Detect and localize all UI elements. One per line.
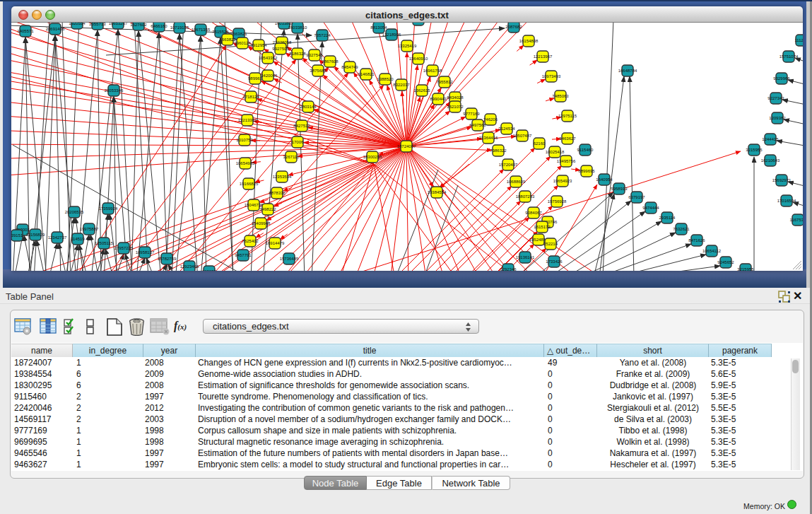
svg-text:1010753: 1010753 bbox=[236, 138, 253, 142]
svg-text:15409948: 15409948 bbox=[252, 221, 271, 226]
svg-text:19756928: 19756928 bbox=[548, 199, 567, 204]
svg-text:18807293: 18807293 bbox=[516, 194, 535, 199]
svg-text:15692971: 15692971 bbox=[772, 178, 792, 182]
svg-text:17006: 17006 bbox=[292, 140, 304, 144]
svg-text:10543362: 10543362 bbox=[259, 56, 278, 60]
svg-text:16033810: 16033810 bbox=[288, 25, 307, 30]
svg-text:7986322: 7986322 bbox=[490, 148, 507, 153]
svg-text:1621072: 1621072 bbox=[447, 105, 464, 109]
svg-text:2803144: 2803144 bbox=[300, 105, 317, 109]
svg-text:18724007: 18724007 bbox=[397, 144, 416, 148]
svg-text:19136141: 19136141 bbox=[516, 255, 535, 259]
svg-text:8813054: 8813054 bbox=[370, 25, 387, 30]
svg-text:16210643: 16210643 bbox=[761, 158, 780, 163]
svg-text:9227343: 9227343 bbox=[767, 96, 784, 100]
svg-text:3875685: 3875685 bbox=[310, 69, 326, 73]
svg-text:1362615: 1362615 bbox=[413, 88, 430, 93]
svg-text:10688609: 10688609 bbox=[507, 180, 526, 184]
svg-text:20206535: 20206535 bbox=[65, 210, 84, 214]
svg-text:1733426: 1733426 bbox=[546, 259, 563, 264]
svg-text:9245652: 9245652 bbox=[717, 260, 734, 264]
svg-text:9474444: 9474444 bbox=[642, 206, 659, 210]
svg-text:15720407: 15720407 bbox=[499, 163, 518, 167]
svg-text:3912954: 3912954 bbox=[250, 43, 267, 47]
svg-text:1167534: 1167534 bbox=[790, 218, 803, 222]
svg-text:9084067: 9084067 bbox=[525, 211, 542, 215]
svg-text:16961758: 16961758 bbox=[423, 69, 442, 73]
svg-text:9329966: 9329966 bbox=[773, 76, 790, 81]
svg-text:21364416: 21364416 bbox=[479, 136, 498, 140]
svg-text:10719155: 10719155 bbox=[170, 25, 189, 30]
svg-text:13325419: 13325419 bbox=[398, 44, 417, 48]
svg-text:3267110: 3267110 bbox=[283, 155, 300, 159]
svg-text:8878332: 8878332 bbox=[269, 191, 286, 195]
svg-text:9327546: 9327546 bbox=[306, 53, 323, 57]
svg-text:15751074: 15751074 bbox=[779, 54, 799, 59]
svg-text:12975115: 12975115 bbox=[558, 114, 577, 118]
svg-text:111267: 111267 bbox=[794, 38, 803, 42]
svg-text:989961: 989961 bbox=[248, 76, 263, 81]
svg-text:12353594: 12353594 bbox=[273, 175, 292, 179]
svg-text:12213967: 12213967 bbox=[534, 54, 553, 59]
svg-text:3124534: 3124534 bbox=[498, 127, 515, 131]
svg-text:2055713: 2055713 bbox=[89, 23, 106, 26]
svg-text:16782759: 16782759 bbox=[158, 257, 177, 261]
svg-text:129235: 129235 bbox=[202, 269, 217, 271]
svg-text:8990443: 8990443 bbox=[430, 97, 447, 101]
svg-text:9146821: 9146821 bbox=[358, 72, 375, 76]
svg-text:8427512: 8427512 bbox=[293, 124, 310, 128]
svg-text:17016504: 17016504 bbox=[777, 199, 796, 203]
svg-text:9463627: 9463627 bbox=[559, 136, 576, 141]
svg-text:7632621: 7632621 bbox=[673, 227, 690, 231]
svg-text:1640954: 1640954 bbox=[596, 177, 613, 182]
svg-text:8322037: 8322037 bbox=[393, 83, 410, 87]
svg-text:8186328: 8186328 bbox=[289, 52, 306, 56]
svg-text:19654923: 19654923 bbox=[553, 179, 572, 183]
svg-text:39151: 39151 bbox=[11, 233, 23, 238]
svg-text:13495756: 13495756 bbox=[557, 159, 576, 163]
svg-text:19975887: 19975887 bbox=[80, 227, 99, 231]
svg-text:3498222: 3498222 bbox=[259, 207, 276, 211]
svg-text:12342737: 12342737 bbox=[48, 235, 67, 240]
svg-text:3215955: 3215955 bbox=[737, 267, 754, 271]
svg-text:18300295: 18300295 bbox=[363, 155, 382, 159]
svg-text:16154808: 16154808 bbox=[519, 39, 539, 43]
svg-text:3960124: 3960124 bbox=[234, 41, 251, 45]
svg-text:16914479: 16914479 bbox=[266, 241, 285, 245]
svg-text:9777169: 9777169 bbox=[463, 112, 480, 116]
svg-text:1405571: 1405571 bbox=[17, 29, 34, 33]
svg-text:5958913: 5958913 bbox=[611, 187, 628, 191]
svg-text:12213362: 12213362 bbox=[238, 118, 257, 122]
svg-text:1615172: 1615172 bbox=[534, 225, 551, 229]
svg-text:17359924: 17359924 bbox=[99, 206, 118, 211]
svg-text:10654112: 10654112 bbox=[702, 249, 722, 253]
svg-text:8454749: 8454749 bbox=[341, 65, 358, 69]
svg-text:2867608: 2867608 bbox=[322, 59, 339, 64]
svg-text:10653267: 10653267 bbox=[109, 23, 128, 25]
svg-text:8471626: 8471626 bbox=[688, 238, 705, 243]
svg-text:10654985: 10654985 bbox=[236, 161, 255, 165]
svg-text:6899695: 6899695 bbox=[578, 169, 595, 173]
svg-text:7357224: 7357224 bbox=[314, 33, 331, 37]
svg-text:2718126: 2718126 bbox=[242, 95, 259, 99]
svg-text:2935114: 2935114 bbox=[659, 216, 676, 220]
svg-text:1527602: 1527602 bbox=[130, 23, 147, 27]
svg-text:7955812: 7955812 bbox=[436, 80, 453, 84]
svg-text:12505115: 12505115 bbox=[95, 241, 114, 245]
svg-text:7625402: 7625402 bbox=[242, 239, 259, 243]
svg-text:10671355: 10671355 bbox=[192, 28, 211, 32]
svg-text:1209382: 1209382 bbox=[769, 116, 786, 120]
svg-text:13218906: 13218906 bbox=[382, 33, 401, 37]
svg-text:10958137: 10958137 bbox=[136, 250, 155, 255]
svg-text:15736485: 15736485 bbox=[280, 257, 299, 261]
svg-text:252214: 252214 bbox=[543, 242, 558, 246]
svg-text:10507487: 10507487 bbox=[513, 134, 532, 138]
svg-text:746206: 746206 bbox=[483, 117, 498, 122]
svg-text:1244415: 1244415 bbox=[762, 137, 779, 141]
svg-text:62160: 62160 bbox=[534, 141, 546, 146]
svg-text:6497568: 6497568 bbox=[469, 123, 486, 127]
svg-text:3215955: 3215955 bbox=[746, 148, 763, 152]
svg-text:1920554: 1920554 bbox=[69, 23, 86, 25]
svg-text:2087682: 2087682 bbox=[505, 25, 522, 29]
svg-text:7485063: 7485063 bbox=[552, 94, 569, 98]
